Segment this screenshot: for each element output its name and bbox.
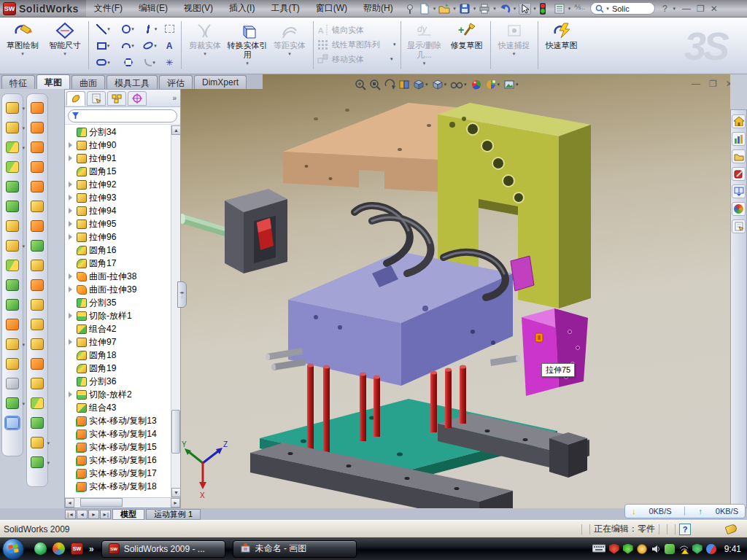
menu-view[interactable]: 视图(V) <box>176 0 221 17</box>
tree-item[interactable]: 实体-移动/复制13 <box>66 414 171 427</box>
toolbar-icon[interactable] <box>6 279 19 291</box>
toolbar-icon[interactable] <box>31 456 44 468</box>
toolbar-icon[interactable] <box>31 299 44 311</box>
taskbar-clock[interactable]: 9:41 <box>724 544 741 554</box>
undo-icon[interactable] <box>499 3 511 15</box>
view-palette-button[interactable] <box>732 184 746 198</box>
last-tab-button[interactable]: ►| <box>100 510 111 519</box>
toolbar-icon[interactable] <box>6 338 19 350</box>
panel-splitter-grip[interactable]: ◂▸⋮ <box>177 281 187 308</box>
display-delete-relations-button[interactable]: dy 显示/删除几... ▾ <box>403 19 446 70</box>
toolbar-icon[interactable] <box>31 102 44 114</box>
doc-close-button[interactable]: ✕ <box>726 79 730 89</box>
tree-item[interactable]: 拉伸90 <box>66 139 171 152</box>
tab-evaluate[interactable]: 评估 <box>159 75 193 89</box>
taskbar-window-paint[interactable]: 未命名 - 画图 <box>233 540 357 558</box>
toolbar-icon[interactable] <box>6 161 19 173</box>
toolbar-icon[interactable] <box>31 437 44 448</box>
tree-item[interactable]: 组合43 <box>66 401 171 414</box>
tree-item[interactable]: 分割35 <box>66 296 171 309</box>
model-tab[interactable]: 模型 <box>112 509 144 520</box>
section-view-button[interactable] <box>398 79 410 90</box>
custom-properties-button[interactable] <box>732 219 746 233</box>
input-method-keyboard-icon[interactable] <box>592 542 605 556</box>
prev-tab-button[interactable]: ◄ <box>77 510 88 519</box>
doc-restore-button[interactable]: ❐ <box>709 79 717 89</box>
measure-tool-button[interactable] <box>6 417 19 429</box>
sketch-button[interactable]: 草图绘制 ▾ <box>1 19 44 70</box>
menu-window[interactable]: 窗口(W) <box>308 0 355 17</box>
toolbar-icon[interactable] <box>31 181 44 192</box>
quick-launch-icon-2[interactable] <box>53 542 65 555</box>
selection-box-tool[interactable] <box>160 20 179 37</box>
sketch-fillet-tool[interactable]: ▾ <box>141 54 160 71</box>
tree-item[interactable]: 圆角18 <box>66 349 171 362</box>
part-purple-block[interactable] <box>288 252 513 386</box>
toolbar-icon[interactable] <box>6 220 19 232</box>
tree-item[interactable]: 圆角17 <box>66 257 171 270</box>
help-button[interactable]: ? <box>662 4 667 14</box>
toolbar-icon[interactable] <box>31 338 44 350</box>
pane-overflow-chevron[interactable]: » <box>172 94 179 102</box>
dimxpertmanager-tab[interactable] <box>128 91 147 106</box>
toolbox-button[interactable] <box>732 167 746 181</box>
toolbar-icon[interactable] <box>31 279 44 291</box>
tab-surfaces[interactable]: 曲面 <box>71 75 105 89</box>
rebuild-traffic-light-icon[interactable] <box>539 3 551 15</box>
restore-button[interactable]: ❐ <box>697 4 705 14</box>
featuremanager-tab[interactable] <box>66 91 85 106</box>
configurationmanager-tab[interactable] <box>107 91 126 106</box>
hscroll-thumb[interactable] <box>80 498 123 507</box>
toolbar-icon[interactable] <box>31 260 44 271</box>
toolbar-icon[interactable] <box>31 378 44 389</box>
resources-home-button[interactable] <box>732 114 746 128</box>
repair-sketch-button[interactable]: + 修复草图 <box>446 19 488 70</box>
arc-tool[interactable]: ▾ <box>116 37 141 54</box>
save-icon[interactable] <box>459 3 471 15</box>
ellipse-tool[interactable]: ▾ <box>141 37 160 54</box>
tree-item[interactable]: 曲面-拉伸39 <box>66 283 171 296</box>
close-button[interactable]: ✕ <box>711 4 718 14</box>
toolbar-icon[interactable] <box>6 299 19 311</box>
menu-file[interactable]: 文件(F) <box>86 0 131 17</box>
toolbar-icon[interactable] <box>31 122 44 133</box>
text-tool[interactable]: A <box>160 37 179 54</box>
tray-health-shield-icon[interactable] <box>692 544 703 554</box>
tree-horizontal-scrollbar[interactable]: ◄ ► <box>65 497 180 508</box>
tree-item[interactable]: 实体-移动/复制14 <box>66 427 171 440</box>
toolbar-icon[interactable] <box>6 122 19 133</box>
tray-security-shield-icon[interactable] <box>623 544 633 554</box>
toolbar-icon[interactable] <box>31 141 44 153</box>
start-button[interactable] <box>2 538 24 560</box>
first-tab-button[interactable]: |◄ <box>65 510 76 519</box>
tree-item[interactable]: 拉伸93 <box>66 191 171 204</box>
scroll-thumb[interactable] <box>171 410 180 454</box>
propertymanager-tab[interactable] <box>87 91 106 106</box>
tree-item[interactable]: 组合42 <box>66 322 171 335</box>
rectangle-tool[interactable]: ▾ <box>91 37 116 54</box>
display-style-button[interactable]: ▾ <box>432 79 448 90</box>
taskbar-window-solidworks[interactable]: SW SolidWorks 2009 - ... <box>101 540 225 558</box>
select-cursor-icon[interactable] <box>519 3 531 15</box>
circle-tool[interactable]: ▾ <box>116 20 141 37</box>
polygon-tool[interactable] <box>116 54 141 71</box>
scroll-down-button[interactable]: ▼ <box>171 488 181 497</box>
tree-item[interactable]: 实体-移动/复制15 <box>66 440 171 454</box>
quick-snaps-button[interactable]: 快速捕捉 ▾ <box>493 19 535 70</box>
scroll-right-button[interactable]: ► <box>171 498 180 508</box>
options-extra-icon[interactable]: ⅍.. <box>573 3 586 15</box>
search-box[interactable]: ▾ <box>590 2 655 15</box>
tree-item[interactable]: 拉伸96 <box>66 230 171 244</box>
toolbar-icon[interactable] <box>31 201 44 212</box>
tree-item[interactable]: 圆角16 <box>66 244 171 257</box>
graphics-area[interactable]: Y Z X ▾ ▾ ▾ ▾ ▾ — ❐ ✕ 拉伸75 <box>181 74 730 508</box>
help-dropdown[interactable]: ▾ <box>673 6 676 12</box>
trim-entities-button[interactable]: 剪裁实体 ▾ <box>184 19 226 70</box>
tree-item[interactable]: 曲面-拉伸38 <box>66 270 171 283</box>
toolbar-icon[interactable] <box>6 201 19 212</box>
rapid-sketch-button[interactable]: 快速草图 <box>541 19 583 70</box>
pin-icon[interactable] <box>404 3 417 15</box>
toolbar-icon[interactable] <box>6 397 19 409</box>
tree-filter-input[interactable] <box>68 109 177 122</box>
part-gray-clamp[interactable] <box>181 189 287 273</box>
